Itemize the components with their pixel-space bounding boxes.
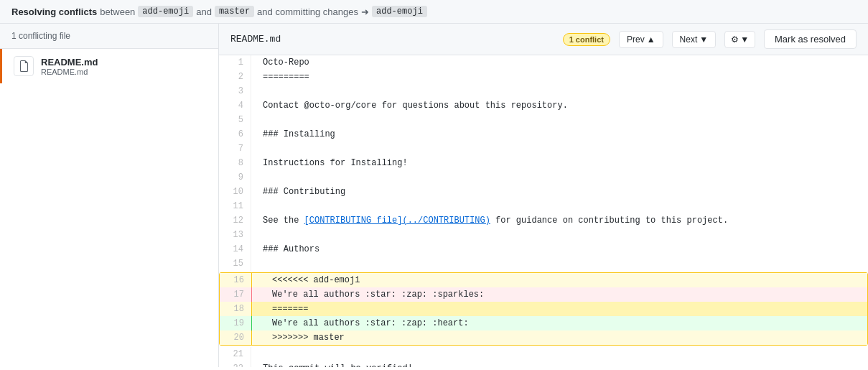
file-info: README.md README.md	[41, 57, 98, 76]
line-content: =========	[251, 70, 868, 84]
code-line: 4 Contact @octo-org/core for questions a…	[219, 98, 868, 113]
line-number: 20	[220, 330, 252, 345]
code-line: 1 Octo-Repo	[219, 55, 868, 70]
code-area[interactable]: 1 Octo-Repo 2 ========= 3 4 Contact @oct…	[219, 55, 868, 367]
line-number: 3	[219, 84, 251, 98]
line-content	[251, 113, 868, 127]
code-line: 13	[219, 228, 868, 242]
line-content: ### Contributing	[251, 185, 868, 199]
line-content	[251, 84, 868, 98]
line-content: Contact @octo-org/core for questions abo…	[251, 98, 868, 113]
line-content: Octo-Repo	[251, 55, 868, 70]
gear-icon: ⚙	[731, 34, 739, 45]
line-number: 11	[219, 199, 251, 213]
line-content: This commit will be verified!	[251, 361, 868, 367]
code-line: 6 ### Installing	[219, 127, 868, 142]
between-label: between	[100, 6, 135, 17]
line-content	[251, 256, 868, 271]
target-branch-pill[interactable]: add-emoji	[372, 6, 427, 17]
line-content: We're all authors :star: :zap: :sparkles…	[261, 287, 867, 302]
conflict-badge: 1 conflict	[563, 33, 610, 46]
line-content: <<<<<<< add-emoji	[261, 273, 867, 287]
prev-chevron-icon: ▲	[647, 34, 655, 45]
code-line: 19 We're all authors :star: :zap: :heart…	[220, 316, 867, 330]
next-button[interactable]: Next ▼	[672, 31, 717, 48]
line-content	[251, 347, 868, 361]
resolving-label: Resolving conflicts	[11, 6, 97, 17]
code-line: 3	[219, 84, 868, 98]
line-content: See the [CONTRIBUTING file](../CONTRIBUT…	[251, 213, 868, 228]
next-label: Next	[680, 34, 698, 45]
code-line: 22 This commit will be verified!	[219, 361, 868, 367]
editor-filename: README.md	[230, 34, 554, 45]
line-content: =======	[261, 302, 867, 316]
code-line: 9	[219, 170, 868, 185]
code-line: 11	[219, 199, 868, 213]
code-line: 5	[219, 113, 868, 127]
line-content: >>>>>>> master	[261, 330, 867, 345]
code-line: 20 >>>>>>> master	[220, 330, 867, 345]
resolve-button[interactable]: Mark as resolved	[764, 29, 857, 49]
code-line: 15	[219, 256, 868, 271]
and-committing-label: and committing changes	[257, 6, 358, 17]
file-icon	[14, 56, 34, 76]
conflict-region: 16 <<<<<<< add-emoji 17 We're all author…	[219, 272, 868, 346]
line-content	[251, 199, 868, 213]
line-number: 14	[219, 242, 251, 256]
sidebar: 1 conflicting file README.md README.md	[0, 24, 219, 367]
code-line: 21	[219, 347, 868, 361]
editor-header: README.md 1 conflict Prev ▲ Next ▼ ⚙ ▼ M…	[219, 24, 868, 55]
sidebar-header: 1 conflicting file	[0, 24, 218, 49]
code-line: 12 See the [CONTRIBUTING file](../CONTRI…	[219, 213, 868, 228]
branch2-pill[interactable]: master	[215, 6, 254, 17]
code-line: 17 We're all authors :star: :zap: :spark…	[220, 287, 867, 302]
conflict-indicator	[252, 316, 261, 330]
conflict-indicator	[252, 302, 261, 316]
code-line: 7	[219, 142, 868, 156]
line-number: 15	[219, 256, 251, 271]
contributing-link[interactable]: [CONTRIBUTING file](../CONTRIBUTING)	[304, 216, 490, 226]
sidebar-file-item[interactable]: README.md README.md	[0, 49, 218, 83]
line-content: We're all authors :star: :zap: :heart:	[261, 316, 867, 330]
next-chevron-icon: ▼	[699, 34, 708, 45]
conflicting-file-count: 1 conflicting file	[11, 31, 70, 41]
line-content	[251, 170, 868, 185]
conflict-indicator	[252, 330, 261, 345]
line-number: 13	[219, 228, 251, 242]
line-number: 17	[220, 287, 252, 302]
branch1-pill[interactable]: add-emoji	[138, 6, 193, 17]
prev-label: Prev	[627, 34, 645, 45]
code-line: 14 ### Authors	[219, 242, 868, 256]
line-number: 21	[219, 347, 251, 361]
topbar: Resolving conflicts between add-emoji an…	[0, 0, 868, 24]
arrow-icon: ➜	[361, 6, 369, 17]
conflict-indicator	[252, 273, 261, 287]
and-label: and	[196, 6, 212, 17]
code-line: 8 Instructions for Installing!	[219, 156, 868, 170]
gear-dropdown-icon: ▼	[740, 34, 749, 45]
main-layout: 1 conflicting file README.md README.md R…	[0, 24, 868, 367]
line-number: 5	[219, 113, 251, 127]
line-content	[251, 142, 868, 156]
line-number: 16	[220, 273, 252, 287]
line-number: 1	[219, 55, 251, 70]
line-number: 19	[220, 316, 252, 330]
file-name: README.md	[41, 57, 98, 68]
code-line: 16 <<<<<<< add-emoji	[220, 273, 867, 287]
line-number: 8	[219, 156, 251, 170]
editor-panel: README.md 1 conflict Prev ▲ Next ▼ ⚙ ▼ M…	[219, 24, 868, 367]
line-content	[251, 228, 868, 242]
line-number: 12	[219, 213, 251, 228]
line-number: 7	[219, 142, 251, 156]
gear-button[interactable]: ⚙ ▼	[724, 31, 755, 48]
line-number: 4	[219, 98, 251, 113]
line-content: ### Authors	[251, 242, 868, 256]
code-line: 10 ### Contributing	[219, 185, 868, 199]
line-number: 6	[219, 127, 251, 142]
prev-button[interactable]: Prev ▲	[619, 31, 663, 48]
line-number: 22	[219, 361, 251, 367]
line-number: 2	[219, 70, 251, 84]
file-path: README.md	[41, 68, 98, 76]
line-content: ### Installing	[251, 127, 868, 142]
code-line: 2 =========	[219, 70, 868, 84]
